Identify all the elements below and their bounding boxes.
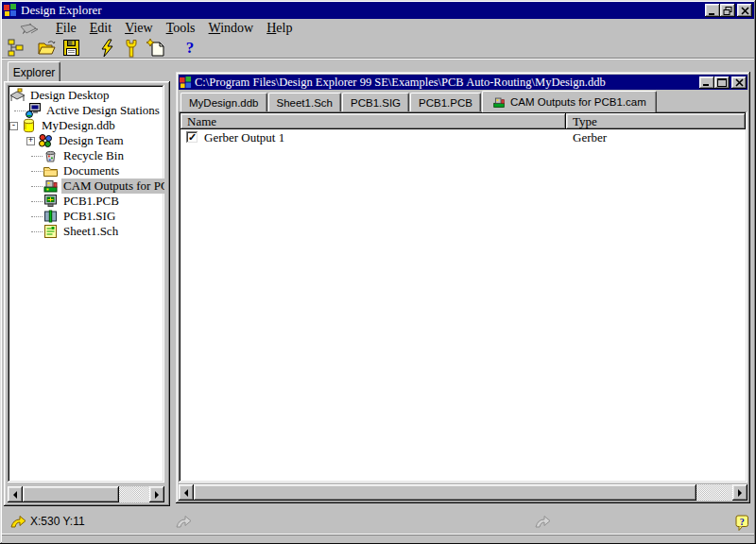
scrollbar-track[interactable] xyxy=(119,486,149,502)
right-arrow-icon xyxy=(155,491,159,499)
scroll-left-button[interactable] xyxy=(8,486,23,502)
scroll-right-button[interactable] xyxy=(732,484,747,501)
scroll-right-button[interactable] xyxy=(149,486,164,502)
minimize-button[interactable] xyxy=(705,4,720,17)
minimize-icon xyxy=(702,78,712,87)
document-close-button[interactable] xyxy=(731,76,747,89)
tab-explorer[interactable]: Explorer xyxy=(8,61,60,83)
tab-label: PCB1.PCB xyxy=(419,97,472,109)
document-minimize-button[interactable] xyxy=(699,76,714,89)
tab-label: PCB1.SIG xyxy=(351,97,401,109)
tree-item-recycle-bin[interactable]: Recycle Bin xyxy=(8,148,164,163)
tree-item-pcb1-pcb[interactable]: PCB1.PCB xyxy=(8,194,164,209)
explorer-frame: Design Desktop xyxy=(4,81,170,506)
menu-view[interactable]: View xyxy=(118,20,160,37)
tab-pcb1-pcb[interactable]: PCB1.PCB xyxy=(410,93,481,111)
tree-item-pcb1-sig[interactable]: PCB1.SIG xyxy=(8,209,164,224)
tree-item-design-team[interactable]: + Design Team xyxy=(8,133,164,148)
status-bar: X:530 Y:11 ? xyxy=(2,512,754,533)
list-header: Name Type xyxy=(180,113,746,129)
open-document-button[interactable] xyxy=(34,38,59,59)
close-icon xyxy=(735,78,744,87)
tab-cam-outputs-active[interactable]: CAM Outputs for PCB1.cam xyxy=(482,91,657,112)
menu-file[interactable]: File xyxy=(49,20,83,37)
menu-bar: File Edit View Tools Window Help xyxy=(2,19,754,37)
right-arrow-icon xyxy=(738,489,742,497)
explorer-horizontal-scrollbar[interactable] xyxy=(8,486,164,502)
tree-item-label-selected: CAM Outputs for PCB1.cam xyxy=(61,178,164,194)
wrench-icon xyxy=(124,39,139,58)
sig-document-icon xyxy=(43,209,59,224)
desktop-icon xyxy=(9,88,26,103)
toggle-explorer-panel-button[interactable] xyxy=(4,38,28,59)
tree-connector xyxy=(31,231,43,232)
new-document-button[interactable] xyxy=(144,38,168,59)
help-button[interactable]: ? xyxy=(178,38,202,59)
tree-item-cam-outputs[interactable]: CAM Outputs for PCB1.cam xyxy=(8,178,164,194)
tab-sheet1-sch[interactable]: Sheet1.Sch xyxy=(268,93,341,111)
maximize-icon xyxy=(717,78,727,87)
tab-label: Sheet1.Sch xyxy=(277,97,333,109)
bottom-strip xyxy=(2,534,754,543)
options-button[interactable] xyxy=(119,38,144,59)
output-type: Gerber xyxy=(573,130,607,144)
save-floppy-icon xyxy=(62,39,80,57)
menu-help[interactable]: Help xyxy=(260,20,299,37)
explorer-tab-label: Explorer xyxy=(13,66,56,79)
recycle-bin-icon xyxy=(43,148,59,163)
tree-item-label: Active Design Stations xyxy=(44,103,162,118)
tree-item-documents[interactable]: Documents xyxy=(8,163,164,178)
table-row[interactable]: ✓ Gerber Output 1 Gerber xyxy=(180,129,746,145)
tab-pcb1-sig[interactable]: PCB1.SIG xyxy=(342,93,409,111)
cam-outputs-icon xyxy=(492,96,506,109)
column-label: Type xyxy=(573,114,597,129)
tree-connector xyxy=(31,171,43,172)
tree-item-label: Design Team xyxy=(57,133,126,148)
tree-item-label: MyDesign.ddb xyxy=(40,118,117,133)
cross-probe-icon-active xyxy=(9,515,26,528)
tree-item-sheet1-sch[interactable]: Sheet1.Sch xyxy=(8,224,164,239)
document-maximize-button[interactable] xyxy=(714,76,730,89)
run-button[interactable] xyxy=(94,38,119,59)
column-header-name[interactable]: Name xyxy=(180,113,566,129)
menu-tools[interactable]: Tools xyxy=(160,20,202,37)
window-title: Design Explorer xyxy=(21,3,705,18)
folder-icon xyxy=(43,163,59,178)
scroll-left-button[interactable] xyxy=(179,484,194,501)
tree-connector xyxy=(31,186,43,187)
svg-text:?: ? xyxy=(740,517,745,527)
expand-expander[interactable]: + xyxy=(26,137,35,145)
minimize-icon xyxy=(708,7,717,15)
tree-item-active-design-stations[interactable]: Active Design Stations xyxy=(8,103,164,118)
tab-label: CAM Outputs for PCB1.cam xyxy=(510,96,646,108)
open-folder-icon xyxy=(37,39,56,58)
menu-window[interactable]: Window xyxy=(202,20,261,37)
design-explorer-window: Design Explorer File Edit View Tools Win… xyxy=(0,0,756,544)
tree-item-design-desktop[interactable]: Design Desktop xyxy=(8,88,164,103)
close-icon xyxy=(741,7,749,15)
scrollbar-thumb[interactable] xyxy=(23,486,119,502)
tree-item-label: PCB1.PCB xyxy=(61,194,121,209)
context-help-button[interactable]: ? xyxy=(735,515,749,532)
save-button[interactable] xyxy=(59,38,83,59)
tree-item-label: PCB1.SIG xyxy=(61,209,117,224)
row-checkbox-checked[interactable]: ✓ xyxy=(186,131,198,144)
scrollbar-track[interactable] xyxy=(696,484,732,501)
document-titlebar: C:\Program Files\Design Explorer 99 SE\E… xyxy=(179,75,747,90)
document-horizontal-scrollbar[interactable] xyxy=(179,484,747,501)
schematic-document-icon xyxy=(43,224,59,239)
close-button[interactable] xyxy=(737,4,752,17)
cross-probe-icon-inactive xyxy=(175,515,192,528)
type-cell: Gerber xyxy=(566,130,746,145)
collapse-expander[interactable]: - xyxy=(9,122,18,130)
output-name: Gerber Output 1 xyxy=(204,130,284,145)
tab-mydesign-ddb[interactable]: MyDesign.ddb xyxy=(180,93,267,111)
column-header-type[interactable]: Type xyxy=(566,113,746,129)
design-menu-arrow-icon[interactable] xyxy=(19,23,40,34)
database-icon xyxy=(21,118,37,133)
menu-edit[interactable]: Edit xyxy=(83,20,118,37)
restore-button[interactable] xyxy=(720,4,735,17)
scrollbar-thumb[interactable] xyxy=(194,484,696,501)
tree-item-label: Sheet1.Sch xyxy=(61,224,120,239)
tree-item-mydesign-ddb[interactable]: - MyDesign.ddb xyxy=(8,118,164,133)
